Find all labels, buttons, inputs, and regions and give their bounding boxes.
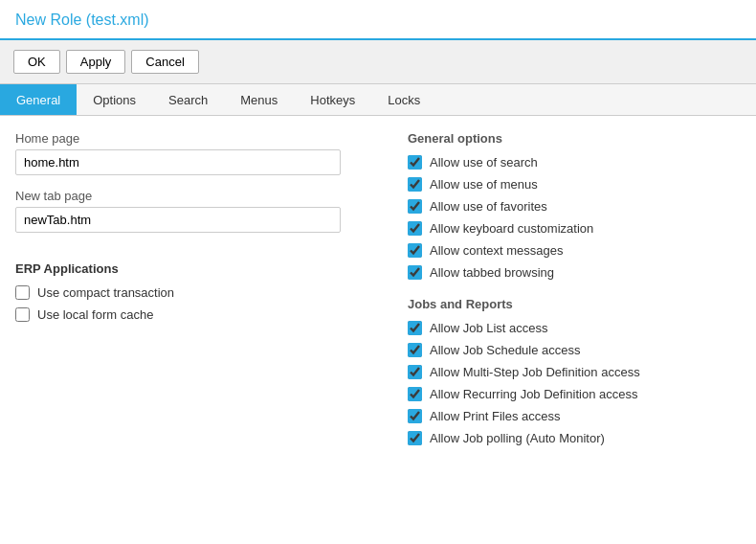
general-checkbox-label-1[interactable]: Allow use of menus [430, 177, 538, 192]
general-checkbox-row: Allow context messages [408, 243, 741, 258]
general-checkbox-row: Allow use of menus [408, 177, 741, 192]
main-content: Home page New tab page ERP Applications … [0, 116, 756, 544]
erp-checkbox-label-0[interactable]: Use compact transaction [37, 285, 174, 300]
tab-options[interactable]: Options [77, 84, 152, 115]
home-page-input[interactable] [15, 149, 341, 175]
apply-button[interactable]: Apply [66, 50, 126, 74]
erp-section-title: ERP Applications [15, 261, 379, 276]
tab-hotkeys[interactable]: Hotkeys [294, 84, 371, 115]
general-checkbox-row: Allow use of favorites [408, 199, 741, 214]
general-checkbox-label-3[interactable]: Allow keyboard customization [430, 221, 593, 236]
erp-checkbox-0[interactable] [15, 285, 30, 300]
general-checkbox-row: Allow keyboard customization [408, 221, 741, 236]
jobs-checkbox-label-4[interactable]: Allow Print Files access [430, 409, 561, 423]
tab-menus[interactable]: Menus [224, 84, 294, 115]
new-tab-group: New tab page [15, 189, 379, 233]
general-checkbox-2[interactable] [408, 199, 422, 214]
ok-button[interactable]: OK [13, 50, 60, 74]
general-checkbox-label-2[interactable]: Allow use of favorites [430, 199, 547, 214]
jobs-checkboxes: Allow Job List accessAllow Job Schedule … [408, 321, 741, 445]
jobs-checkbox-row: Allow Job List access [408, 321, 741, 335]
jobs-checkbox-label-0[interactable]: Allow Job List access [430, 321, 548, 335]
jobs-checkbox-label-3[interactable]: Allow Recurring Job Definition access [430, 387, 637, 401]
page-title: New Role (test.xml) [15, 11, 741, 38]
general-checkbox-4[interactable] [408, 243, 422, 258]
jobs-checkbox-0[interactable] [408, 321, 422, 335]
left-panel: Home page New tab page ERP Applications … [15, 131, 379, 530]
jobs-checkbox-label-5[interactable]: Allow Job polling (Auto Monitor) [430, 431, 605, 445]
jobs-checkbox-row: Allow Job polling (Auto Monitor) [408, 431, 741, 445]
general-checkbox-label-5[interactable]: Allow tabbed browsing [430, 265, 554, 280]
jobs-title: Jobs and Reports [408, 297, 741, 311]
erp-checkbox-row: Use local form cache [15, 307, 379, 322]
jobs-checkbox-4[interactable] [408, 409, 422, 423]
general-checkbox-1[interactable] [408, 177, 422, 192]
tab-search[interactable]: Search [152, 84, 224, 115]
tab-bar: GeneralOptionsSearchMenusHotkeysLocks [0, 84, 756, 116]
erp-checkbox-row: Use compact transaction [15, 285, 379, 300]
right-panel: General options Allow use of searchAllow… [408, 131, 741, 530]
general-checkbox-0[interactable] [408, 155, 422, 170]
general-checkbox-label-0[interactable]: Allow use of search [430, 155, 538, 170]
erp-checkboxes: Use compact transactionUse local form ca… [15, 285, 379, 322]
general-options-checkboxes: Allow use of searchAllow use of menusAll… [408, 155, 741, 280]
tab-locks[interactable]: Locks [371, 84, 436, 115]
new-tab-input[interactable] [15, 207, 341, 233]
general-checkbox-row: Allow tabbed browsing [408, 265, 741, 280]
jobs-checkbox-row: Allow Multi-Step Job Definition access [408, 365, 741, 379]
jobs-checkbox-row: Allow Print Files access [408, 409, 741, 423]
general-checkbox-row: Allow use of search [408, 155, 741, 170]
jobs-checkbox-label-2[interactable]: Allow Multi-Step Job Definition access [430, 365, 640, 379]
general-checkbox-label-4[interactable]: Allow context messages [430, 243, 563, 258]
home-page-group: Home page [15, 131, 379, 175]
erp-checkbox-label-1[interactable]: Use local form cache [37, 307, 153, 322]
tab-general[interactable]: General [0, 84, 77, 115]
jobs-checkbox-3[interactable] [408, 387, 422, 401]
jobs-checkbox-5[interactable] [408, 431, 422, 445]
new-tab-label: New tab page [15, 189, 379, 203]
jobs-checkbox-2[interactable] [408, 365, 422, 379]
title-bar: New Role (test.xml) [0, 0, 756, 40]
general-options-title: General options [408, 131, 741, 146]
erp-checkbox-1[interactable] [15, 307, 30, 322]
general-checkbox-5[interactable] [408, 265, 422, 280]
jobs-checkbox-label-1[interactable]: Allow Job Schedule access [430, 343, 581, 357]
home-page-label: Home page [15, 131, 379, 146]
general-checkbox-3[interactable] [408, 221, 422, 236]
toolbar: OK Apply Cancel [0, 40, 756, 84]
jobs-checkbox-row: Allow Job Schedule access [408, 343, 741, 357]
jobs-checkbox-row: Allow Recurring Job Definition access [408, 387, 741, 401]
cancel-button[interactable]: Cancel [131, 50, 198, 74]
erp-section: ERP Applications Use compact transaction… [15, 261, 379, 322]
jobs-checkbox-1[interactable] [408, 343, 422, 357]
